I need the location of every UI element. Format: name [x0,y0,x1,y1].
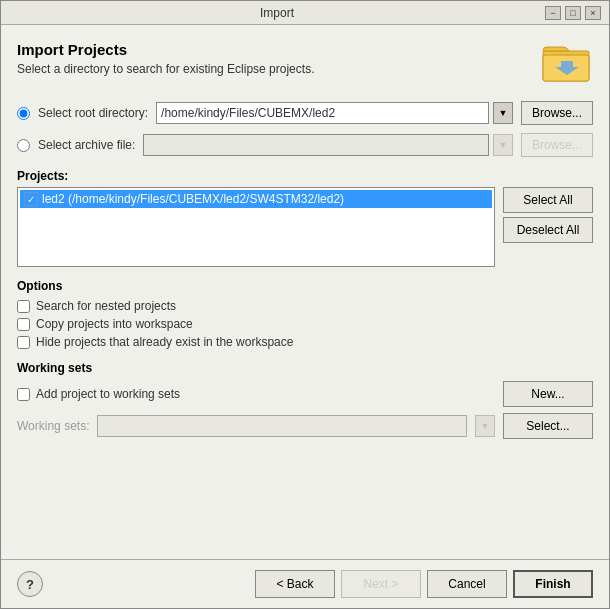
root-directory-radio[interactable] [17,107,30,120]
cancel-button[interactable]: Cancel [427,570,507,598]
root-directory-input-group: ▼ [156,102,513,124]
project-side-buttons: Select All Deselect All [503,187,593,267]
projects-label-text: Projects: [17,169,593,183]
folder-icon [541,41,593,85]
working-sets-section: Working sets Add project to working sets… [17,361,593,439]
select-all-button[interactable]: Select All [503,187,593,213]
root-directory-dropdown-arrow[interactable]: ▼ [493,102,513,124]
project-name: led2 (/home/kindy/Files/CUBEMX/led2/SW4S… [42,192,344,206]
root-directory-input[interactable] [156,102,489,124]
close-button[interactable]: × [585,6,601,20]
options-title: Options [17,279,593,293]
header-text: Import Projects Select a directory to se… [17,41,314,76]
back-button[interactable]: < Back [255,570,335,598]
working-sets-combo-row: Working sets: ▼ Select... [17,413,593,439]
deselect-all-button[interactable]: Deselect All [503,217,593,243]
project-checkbox[interactable]: ✓ [24,192,38,206]
maximize-button[interactable]: □ [565,6,581,20]
archive-file-row: Select archive file: ▼ Browse... [17,133,593,157]
dialog-footer: ? < Back Next > Cancel Finish [1,559,609,608]
working-sets-add-row: Add project to working sets New... [17,381,593,407]
hide-projects-label: Hide projects that already exist in the … [36,335,293,349]
header-section: Import Projects Select a directory to se… [17,41,593,85]
root-directory-row: Select root directory: ▼ Browse... [17,101,593,125]
copy-projects-row: Copy projects into workspace [17,317,593,331]
finish-button[interactable]: Finish [513,570,593,598]
working-sets-title: Working sets [17,361,593,375]
projects-section: ✓ led2 (/home/kindy/Files/CUBEMX/led2/SW… [17,187,593,267]
copy-projects-label: Copy projects into workspace [36,317,193,331]
checkmark-icon: ✓ [27,194,35,205]
root-directory-label: Select root directory: [38,106,148,120]
working-sets-combo-input [97,415,467,437]
list-item[interactable]: ✓ led2 (/home/kindy/Files/CUBEMX/led2/SW… [20,190,492,208]
archive-dropdown-arrow: ▼ [493,134,513,156]
next-button[interactable]: Next > [341,570,421,598]
select-working-set-button[interactable]: Select... [503,413,593,439]
add-working-sets-label: Add project to working sets [36,387,180,401]
dialog-content: Import Projects Select a directory to se… [1,25,609,559]
archive-file-input [143,134,489,156]
nested-projects-label: Search for nested projects [36,299,176,313]
hide-projects-checkbox[interactable] [17,336,30,349]
options-section: Options Search for nested projects Copy … [17,279,593,353]
nested-projects-row: Search for nested projects [17,299,593,313]
working-sets-combo-arrow: ▼ [475,415,495,437]
title-bar-buttons: − □ × [545,6,601,20]
import-dialog: Import − □ × Import Projects Select a di… [0,0,610,609]
archive-browse-button: Browse... [521,133,593,157]
footer-right: < Back Next > Cancel Finish [255,570,593,598]
new-working-set-button[interactable]: New... [503,381,593,407]
working-sets-combo-label: Working sets: [17,419,89,433]
title-bar: Import − □ × [1,1,609,25]
minimize-button[interactable]: − [545,6,561,20]
help-button[interactable]: ? [17,571,43,597]
footer-left: ? [17,571,43,597]
archive-file-label: Select archive file: [38,138,135,152]
hide-projects-row: Hide projects that already exist in the … [17,335,593,349]
projects-list[interactable]: ✓ led2 (/home/kindy/Files/CUBEMX/led2/SW… [17,187,495,267]
dialog-title: Import [9,6,545,20]
page-subtitle: Select a directory to search for existin… [17,62,314,76]
archive-file-radio[interactable] [17,139,30,152]
copy-projects-checkbox[interactable] [17,318,30,331]
root-browse-button[interactable]: Browse... [521,101,593,125]
archive-file-input-group: ▼ [143,134,513,156]
directory-form: Select root directory: ▼ Browse... Selec… [17,101,593,157]
add-working-sets-checkbox[interactable] [17,388,30,401]
nested-projects-checkbox[interactable] [17,300,30,313]
page-title: Import Projects [17,41,314,58]
add-to-working-sets-row: Add project to working sets [17,387,180,401]
